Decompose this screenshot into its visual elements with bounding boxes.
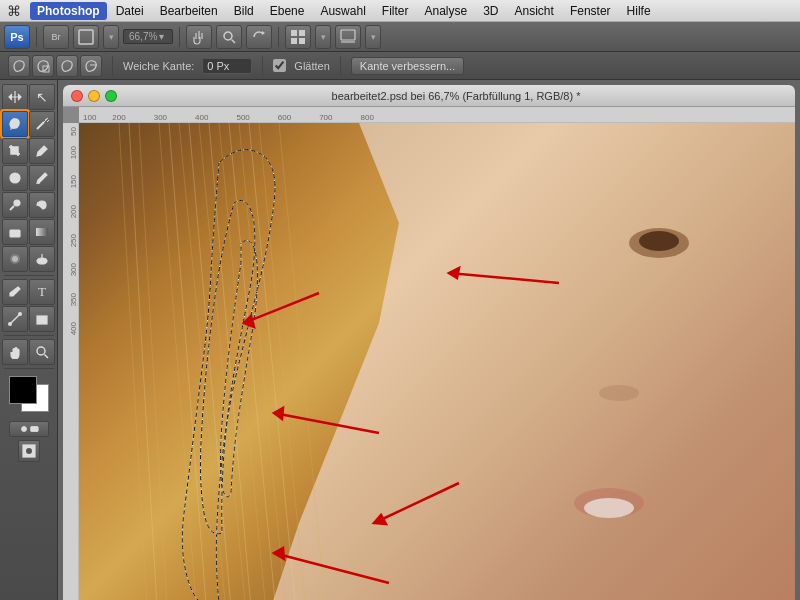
- toolbar-divider-3: [278, 27, 279, 47]
- svg-rect-23: [36, 228, 48, 236]
- options-divider-3: [340, 56, 341, 76]
- svg-rect-35: [30, 427, 37, 432]
- close-button[interactable]: [71, 90, 83, 102]
- lasso-option-1[interactable]: [8, 55, 30, 77]
- screen-mode-button[interactable]: [18, 440, 40, 462]
- document-window: bearbeitet2.psd bei 66,7% (Farbfüllung 1…: [63, 85, 795, 600]
- arrange-dropdown[interactable]: ▾: [365, 25, 381, 49]
- main-toolbar: Ps Br ▾ 66,7% ▾ ▾ ▾: [0, 22, 800, 52]
- view-mode-button[interactable]: [285, 25, 311, 49]
- svg-marker-3: [262, 31, 265, 35]
- options-divider-2: [262, 56, 263, 76]
- gradient-tool-button[interactable]: [29, 219, 55, 245]
- apple-menu[interactable]: ⌘: [4, 0, 24, 22]
- menu-hilfe[interactable]: Hilfe: [620, 2, 658, 20]
- ruler-vertical: 50 100 150 200 250 300 350 400: [63, 123, 79, 600]
- hand-tool-button[interactable]: [186, 25, 212, 49]
- view-dropdown-button[interactable]: ▾: [103, 25, 119, 49]
- shape-tool-button[interactable]: [29, 306, 55, 332]
- menu-datei[interactable]: Datei: [109, 2, 151, 20]
- view-mode-dropdown[interactable]: ▾: [315, 25, 331, 49]
- glaetten-checkbox[interactable]: [273, 59, 286, 72]
- dodge-tool-button[interactable]: [29, 246, 55, 272]
- view-standard-button[interactable]: [73, 25, 99, 49]
- zoom-dropdown-icon: ▾: [159, 31, 164, 42]
- ps-logo-button[interactable]: Ps: [4, 25, 30, 49]
- direct-select-tool-button[interactable]: ↖: [29, 84, 55, 110]
- foreground-color-swatch[interactable]: [9, 376, 37, 404]
- quick-mask-button[interactable]: [9, 421, 49, 437]
- minimize-button[interactable]: [88, 90, 100, 102]
- zoom-tool-button[interactable]: [216, 25, 242, 49]
- menu-ansicht[interactable]: Ansicht: [508, 2, 561, 20]
- magic-wand-tool-button[interactable]: [29, 111, 55, 137]
- menu-fenster[interactable]: Fenster: [563, 2, 618, 20]
- svg-point-32: [37, 347, 45, 355]
- hand-tool-button2[interactable]: [2, 339, 28, 365]
- menubar: ⌘ Photoshop Datei Bearbeiten Bild Ebene …: [0, 0, 800, 22]
- svg-point-21: [14, 200, 20, 206]
- blur-tool-button[interactable]: [2, 246, 28, 272]
- window-title: bearbeitet2.psd bei 66,7% (Farbfüllung 1…: [125, 90, 787, 102]
- svg-point-37: [26, 448, 32, 454]
- svg-line-16: [47, 120, 49, 122]
- glaetten-label: Glätten: [294, 60, 329, 72]
- menu-auswahl[interactable]: Auswahl: [313, 2, 372, 20]
- lasso-option-4[interactable]: [80, 55, 102, 77]
- menu-bild[interactable]: Bild: [227, 2, 261, 20]
- options-bar: Weiche Kante: Glätten Kante verbessern..…: [0, 52, 800, 80]
- toolbox: ↖: [0, 80, 58, 600]
- kante-verbessern-button[interactable]: Kante verbessern...: [351, 57, 464, 75]
- svg-point-25: [12, 256, 18, 262]
- crop-tool-button[interactable]: [2, 138, 28, 164]
- svg-point-34: [21, 427, 26, 432]
- menu-photoshop[interactable]: Photoshop: [30, 2, 107, 20]
- healing-brush-button[interactable]: [2, 165, 28, 191]
- canvas-image: [79, 123, 795, 600]
- weiche-kante-label: Weiche Kante:: [123, 60, 194, 72]
- weiche-kante-input[interactable]: [202, 58, 252, 74]
- lasso-tool-button[interactable]: [2, 111, 28, 137]
- svg-point-30: [18, 312, 22, 316]
- bridge-button[interactable]: Br: [43, 25, 69, 49]
- toolbar-divider-1: [36, 27, 37, 47]
- svg-rect-0: [79, 30, 93, 44]
- svg-point-29: [8, 322, 12, 326]
- menu-bearbeiten[interactable]: Bearbeiten: [153, 2, 225, 20]
- clone-stamp-button[interactable]: [2, 192, 28, 218]
- color-swatches[interactable]: [9, 376, 49, 412]
- canvas-container: bearbeitet2.psd bei 66,7% (Farbfüllung 1…: [58, 80, 800, 600]
- lasso-option-2[interactable]: [32, 55, 54, 77]
- rotate-tool-button[interactable]: [246, 25, 272, 49]
- menu-ebene[interactable]: Ebene: [263, 2, 312, 20]
- menu-analyse[interactable]: Analyse: [417, 2, 474, 20]
- svg-rect-7: [299, 38, 305, 44]
- zoom-tool-button2[interactable]: [29, 339, 55, 365]
- svg-line-2: [232, 39, 236, 43]
- type-tool-button[interactable]: T: [29, 279, 55, 305]
- svg-point-1: [224, 32, 232, 40]
- path-selection-button[interactable]: [2, 306, 28, 332]
- move-tool-button[interactable]: [2, 84, 28, 110]
- traffic-lights: [71, 90, 117, 102]
- lasso-option-3[interactable]: [56, 55, 78, 77]
- svg-rect-6: [291, 38, 297, 44]
- svg-rect-5: [299, 30, 305, 36]
- svg-rect-8: [341, 30, 355, 40]
- svg-rect-4: [291, 30, 297, 36]
- history-brush-button[interactable]: [29, 192, 55, 218]
- eyedropper-tool-button[interactable]: [29, 138, 55, 164]
- pen-tool-button[interactable]: [2, 279, 28, 305]
- svg-line-33: [45, 355, 49, 359]
- svg-rect-22: [10, 230, 20, 237]
- ruler-horizontal: 100 200 300 400 500 600 700 800: [79, 107, 795, 123]
- svg-point-20: [37, 181, 40, 184]
- tool-separator-3: [4, 368, 54, 369]
- eraser-tool-button[interactable]: [2, 219, 28, 245]
- menu-3d[interactable]: 3D: [476, 2, 505, 20]
- maximize-button[interactable]: [105, 90, 117, 102]
- menu-filter[interactable]: Filter: [375, 2, 416, 20]
- arrange-button[interactable]: [335, 25, 361, 49]
- brush-tool-button[interactable]: [29, 165, 55, 191]
- canvas-scroll-area[interactable]: [79, 123, 795, 600]
